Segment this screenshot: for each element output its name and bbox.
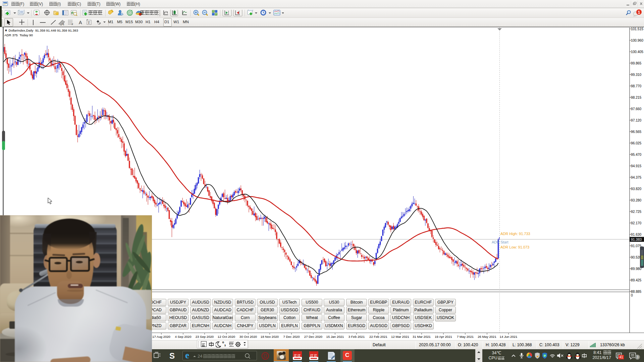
svg-text:91.383: 91.383 [631, 237, 642, 241]
svg-text:ADR 375 Today 90: ADR 375 Today 90 [4, 33, 33, 37]
svg-text:7 Dec 2020: 7 Dec 2020 [283, 335, 300, 338]
svg-text:96.565: 96.565 [631, 130, 641, 134]
svg-text:94.375: 94.375 [631, 176, 641, 179]
svg-text:23 Sep 2020: 23 Sep 2020 [196, 335, 214, 338]
svg-text:91.630: 91.630 [631, 233, 641, 236]
svg-text:96.025: 96.025 [631, 141, 641, 145]
svg-text:98.770: 98.770 [631, 84, 641, 88]
svg-text:98.215: 98.215 [631, 96, 641, 99]
svg-text:ADR Start: ADR Start [492, 240, 508, 244]
svg-text:99.865: 99.865 [631, 61, 641, 65]
svg-text:17 Aug 2020: 17 Aug 2020 [152, 335, 170, 338]
svg-text:18 Nov 2020: 18 Nov 2020 [261, 335, 279, 338]
svg-text:93.280: 93.280 [631, 198, 641, 202]
svg-text:89.425: 89.425 [631, 278, 641, 282]
svg-text:ADR Low: 91.073: ADR Low: 91.073 [500, 245, 529, 249]
svg-text:99.310: 99.310 [631, 73, 641, 77]
svg-text:14 Jun 2021: 14 Jun 2021 [500, 335, 518, 338]
svg-text:92.170: 92.170 [631, 221, 641, 225]
svg-text:88.885: 88.885 [631, 290, 641, 293]
svg-text:30 Oct 2020: 30 Oct 2020 [239, 335, 257, 338]
svg-text:100.960: 100.960 [631, 39, 643, 42]
svg-text:ADR High: 91.733: ADR High: 91.733 [500, 232, 530, 236]
svg-text:3 Feb 2021: 3 Feb 2021 [348, 335, 365, 338]
svg-text:31 Mar 2021: 31 Mar 2021 [413, 335, 431, 338]
svg-text:4 Sep 2020: 4 Sep 2020 [175, 335, 191, 338]
svg-text:22 Feb 2021: 22 Feb 2021 [369, 335, 387, 338]
svg-text:▼ DollarIndex,Daily 91.358 91: ▼ DollarIndex,Daily 91.358 91.448 91.358… [4, 29, 78, 32]
svg-text:19 Apr 2021: 19 Apr 2021 [435, 335, 452, 338]
svg-text:91.075: 91.075 [631, 244, 641, 248]
svg-text:101.515: 101.515 [631, 27, 643, 31]
svg-text:12 Mar 2021: 12 Mar 2021 [391, 335, 409, 338]
svg-text:94.915: 94.915 [631, 164, 641, 168]
svg-text:7 May 2021: 7 May 2021 [457, 335, 474, 338]
svg-text:97.660: 97.660 [631, 107, 641, 111]
svg-text:89.980: 89.980 [631, 267, 641, 271]
svg-text:95.470: 95.470 [631, 153, 641, 156]
svg-text:90.535: 90.535 [631, 256, 641, 259]
svg-text:0: 0 [631, 293, 633, 297]
svg-text:12 Oct 2020: 12 Oct 2020 [218, 335, 235, 338]
svg-text:27 Dec 2020: 27 Dec 2020 [304, 335, 322, 338]
svg-text:100.405: 100.405 [631, 50, 643, 54]
svg-text:26 May 2021: 26 May 2021 [478, 335, 496, 338]
svg-text:92.725: 92.725 [631, 210, 641, 214]
svg-text:97.120: 97.120 [631, 119, 641, 122]
svg-text:15 Jan 2021: 15 Jan 2021 [326, 335, 344, 338]
svg-text:93.820: 93.820 [631, 187, 641, 191]
